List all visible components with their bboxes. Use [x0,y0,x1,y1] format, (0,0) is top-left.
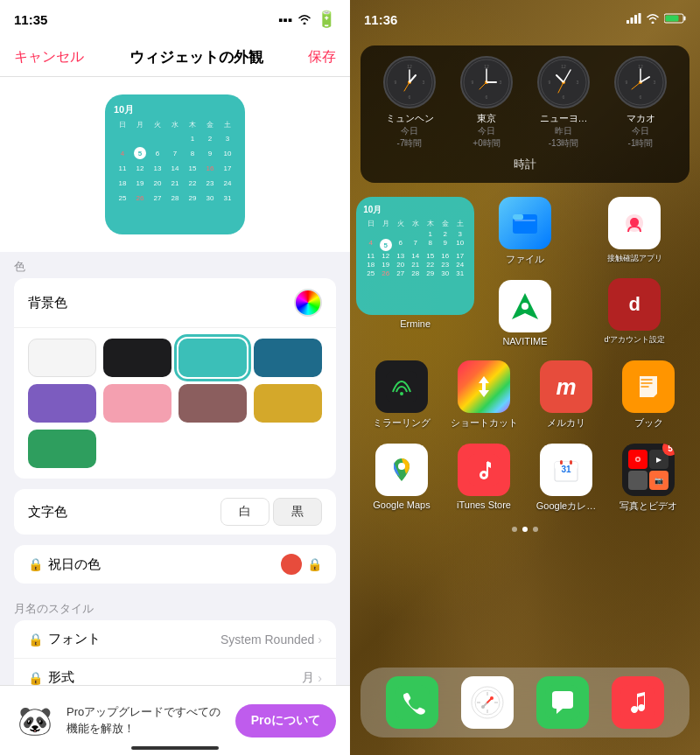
svg-rect-45 [514,220,536,221]
svg-rect-5 [684,16,686,20]
time-right: 11:36 [364,12,397,27]
app-mercari[interactable]: m メルカリ [535,360,598,430]
text-black-button[interactable]: 黒 [273,498,322,526]
app-mirroring[interactable]: ミラーリング [370,360,433,430]
app-ermine[interactable]: 10月 日月火水木金土 123 45678910 11121314151617 … [384,197,447,346]
itunes-icon [458,444,510,496]
save-button[interactable]: 保存 [308,48,336,66]
promo-bar: 🐼 Proアップグレードですべての機能を解放！ Proについて [0,685,350,755]
swatch-yellow[interactable] [254,384,322,423]
app-gmaps[interactable]: Google Maps [370,444,433,513]
mercari-icon: m [540,360,592,413]
app-gcal[interactable]: 31 Googleカレ… [535,444,598,513]
swatch-purple[interactable] [28,384,96,423]
daccount-icon: d [608,278,661,331]
svg-text:9: 9 [472,80,474,85]
cancel-button[interactable]: キャンセル [14,48,84,66]
battery-icon-left: 🔋 [317,10,336,29]
app-photos[interactable]: 5 ▶ 📷 写真とビデオ [617,444,680,513]
cal-month: 10月 [114,103,236,116]
swatch-pink[interactable] [103,384,172,423]
dock-messages[interactable] [536,676,589,729]
dock-phone[interactable] [386,676,438,729]
app-daccount[interactable]: d d'アカウント設定 [603,278,666,346]
svg-text:9: 9 [395,80,397,85]
status-bar-left: 11:35 ▪▪▪ 🔋 [0,0,350,38]
svg-rect-6 [666,15,679,21]
battery-icon-right [664,13,686,26]
lock-icon-holiday2: 🔒 [307,557,322,571]
svg-text:31: 31 [561,465,571,474]
svg-text:12: 12 [638,64,643,69]
text-color-buttons: 白 黒 [220,498,322,526]
status-bar-right: 11:36 [350,0,700,38]
books-label: ブック [634,416,663,430]
pro-button[interactable]: Proについて [235,704,336,738]
swatch-black[interactable] [103,339,172,377]
app-books[interactable]: ブック [617,360,680,430]
promo-mascot-icon: 🐼 [14,700,56,742]
clock-macao: 12 3 6 9 マカオ 今日 -1時間 [614,56,667,150]
clock-tokyo-city: 東京 [472,112,500,125]
color-wheel-icon[interactable] [294,289,322,317]
svg-text:3: 3 [654,80,656,85]
svg-rect-1 [631,17,634,24]
clock-widget-title: 時計 [371,157,679,172]
clock-face-tokyo: 12 3 6 9 [460,56,513,108]
swatch-brown[interactable] [178,384,247,423]
chevron-icon: › [318,633,322,647]
app-contact[interactable]: 接触確認アプリ [603,197,666,264]
clock-macao-city: マカオ [626,112,655,125]
color-section-label: 色 [0,252,350,278]
app-navitime[interactable]: NAVITIME [494,280,556,346]
holiday-dot-red[interactable] [281,554,302,575]
svg-rect-66 [395,685,430,720]
svg-text:6: 6 [409,94,411,100]
month-style-label: 月名のスタイル [0,594,350,620]
bg-color-label: 背景色 [28,295,67,311]
clock-macao-when: 今日 [626,125,655,137]
files-icon [499,197,551,249]
swatch-teal[interactable] [178,339,247,377]
swatch-navy[interactable] [254,339,322,377]
gcal-label: Googleカレ… [536,500,596,513]
font-row[interactable]: 🔒 フォント System Rounded › [14,620,336,659]
format-label: 🔒 形式 [28,669,74,686]
dot-3 [533,527,538,532]
nav-bar: キャンセル ウィジェットの外観 保存 [0,38,350,77]
svg-point-55 [482,473,486,477]
nav-title: ウィジェットの外観 [130,47,263,67]
bg-color-card: 背景色 [14,278,336,479]
photos-icon: 5 ▶ 📷 [622,444,675,496]
holiday-color-label: 🔒 祝日の色 [28,556,101,573]
clock-munich-when: 今日 [386,125,434,137]
svg-point-50 [400,392,403,395]
text-color-label: 文字色 [28,504,67,521]
svg-point-70 [490,696,494,700]
right-panel: 11:36 12 [350,0,700,755]
dock-music[interactable] [612,676,664,729]
app-itunes[interactable]: iTunes Store [452,444,515,513]
text-white-button[interactable]: 白 [220,498,270,526]
daccount-label: d'アカウント設定 [604,334,665,346]
holiday-colors: 🔒 [281,554,322,575]
books-icon [622,360,675,413]
lock-icon-format: 🔒 [28,671,43,685]
clock-face-macao: 12 3 6 9 [614,56,667,108]
app-shortcuts[interactable]: ショートカット [452,360,515,430]
app-files[interactable]: ファイル [494,197,556,266]
swatch-white[interactable] [28,339,96,377]
svg-rect-62 [570,460,572,465]
clock-tokyo-when: 今日 [472,125,500,137]
svg-text:3: 3 [423,80,425,85]
clock-munich: 12 3 6 9 ミュンヘン 今日 -7時間 [383,56,436,150]
clock-tokyo-offset: +0時間 [472,137,500,150]
svg-text:6: 6 [486,94,488,100]
ermine-icon: 10月 日月火水木金土 123 45678910 11121314151617 … [356,197,474,315]
cal-day-headers: 日月火水木金土 [114,120,236,129]
dock-safari[interactable] [461,676,514,729]
dock [360,668,690,738]
swatch-green[interactable] [28,430,96,468]
clock-newyork-city: ニューヨ… [540,112,588,125]
svg-text:12: 12 [561,64,566,69]
